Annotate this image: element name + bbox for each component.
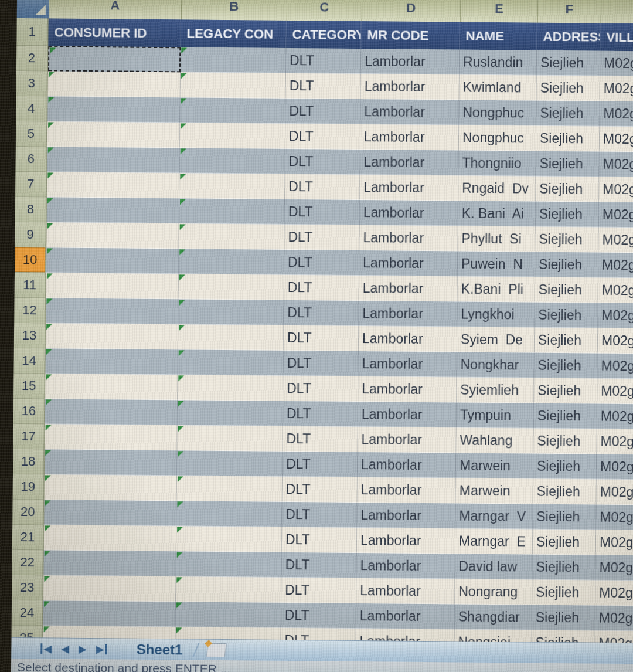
cell-mr-code[interactable]: Lamborlar [358, 427, 456, 453]
cell-village[interactable]: M02ga [595, 555, 633, 581]
cell-mr-code[interactable]: Lamborlar [358, 477, 456, 503]
cell-address[interactable]: Siejlieh [534, 353, 597, 379]
cell-address[interactable]: Siejlieh [532, 580, 595, 606]
tab-nav-last-icon[interactable]: ▶ [96, 644, 107, 654]
cell-name[interactable]: Marwein [456, 453, 533, 478]
cell-consumer-id[interactable]: 1000694225 [46, 323, 178, 349]
cell-legacy[interactable]: 55000016518 [177, 450, 283, 477]
cell-name[interactable]: K. Bani Ai [458, 201, 536, 227]
cell-mr-code[interactable]: Lamborlar [359, 250, 458, 276]
cell-category[interactable]: DLT [283, 426, 358, 452]
cell-legacy[interactable]: 55000016406 [179, 274, 284, 300]
cell-category[interactable]: DLT [285, 124, 360, 150]
cell-mr-code[interactable]: Lamborlar [357, 503, 455, 528]
cell-address[interactable]: Siejlieh [536, 101, 600, 127]
column-header-c[interactable]: C [287, 0, 362, 21]
cell-mr-code[interactable]: Lamborlar [358, 452, 456, 478]
cell-mr-code[interactable]: Lamborlar [358, 376, 457, 402]
cell-mr-code[interactable]: Lamborlar [358, 402, 457, 427]
cell-consumer-id[interactable]: 1000694353 [43, 575, 176, 602]
cell-address[interactable]: Siejlieh [537, 50, 600, 76]
cell-category[interactable]: DLT [285, 99, 360, 124]
cell-consumer-id[interactable]: 1000694284 [45, 424, 177, 450]
cell-consumer-id[interactable]: 1000694383 [43, 600, 176, 627]
cell-mr-code[interactable]: Lamborlar [356, 578, 455, 604]
cell-legacy[interactable]: 55000016407 [178, 299, 284, 325]
cell-mr-code[interactable]: Lamborlar [357, 528, 455, 554]
cell-mr-code[interactable]: Lamborlar [360, 200, 458, 226]
cell-address[interactable]: Siejlieh [537, 76, 600, 101]
cell-name[interactable]: Ruslandin [460, 50, 537, 76]
cell-address[interactable]: Siejlieh [536, 177, 599, 202]
cell-category[interactable]: DLT [286, 73, 361, 99]
cell-category[interactable]: DLT [285, 199, 360, 225]
cell-address[interactable]: Siejlieh [536, 126, 600, 152]
cell-legacy[interactable]: 55000016638 [176, 602, 281, 628]
cell-village[interactable]: M02ga [597, 379, 633, 405]
cell-name[interactable]: Phyllut Si [458, 226, 535, 252]
cell-village[interactable]: M02ga [595, 581, 633, 606]
cell-village[interactable]: M02ga [600, 127, 633, 152]
cell-mr-code[interactable]: Lamborlar [359, 301, 457, 327]
cell-consumer-id[interactable]: 1000694305 [45, 474, 177, 501]
cell-category[interactable]: DLT [284, 325, 359, 351]
cell-name[interactable]: Lyngkhoi [457, 301, 535, 327]
header-cell-address[interactable]: ADDRESS [537, 23, 600, 51]
cell-category[interactable]: DLT [283, 401, 358, 427]
cell-consumer-id[interactable]: 1000694348 [44, 525, 176, 551]
cell-name[interactable]: Kwimland [460, 75, 537, 101]
cell-village[interactable]: M02ga [599, 152, 633, 178]
cell-legacy[interactable]: 55000016553 [176, 501, 282, 527]
cell-category[interactable]: DLT [284, 225, 359, 250]
cell-village[interactable]: M02ga [600, 76, 633, 102]
cell-village[interactable]: M02ga [598, 278, 633, 304]
row-number[interactable]: 21 [12, 525, 44, 550]
cell-village[interactable]: M02ga [596, 505, 633, 531]
row-number[interactable]: 2 [16, 46, 48, 71]
header-cell-mr-code[interactable]: MR CODE [361, 21, 460, 49]
header-cell-legacy[interactable]: LEGACY CON [181, 19, 286, 48]
row-number[interactable]: 6 [15, 147, 47, 172]
cell-village[interactable]: M02ga [597, 354, 633, 379]
cell-consumer-id[interactable]: 1000669078 [48, 46, 181, 72]
cell-mr-code[interactable]: Lamborlar [360, 175, 458, 201]
cell-category[interactable]: DLT [284, 275, 359, 301]
cell-name[interactable]: Syiemlieh [457, 377, 534, 403]
cell-legacy[interactable]: 55000016473 [178, 375, 283, 401]
cell-address[interactable]: Siejlieh [535, 328, 598, 354]
cell-village[interactable]: M02ga [600, 101, 633, 127]
cell-legacy[interactable]: 55000016401 [179, 223, 284, 250]
cell-category[interactable]: DLT [286, 48, 361, 74]
cell-mr-code[interactable]: Lamborlar [360, 124, 459, 150]
cell-legacy[interactable]: 55000016397 [179, 148, 285, 174]
cell-legacy[interactable]: 55000016398 [179, 173, 285, 199]
cell-legacy[interactable]: 52000115876 [181, 72, 286, 99]
cell-name[interactable]: Nongphuc [459, 100, 536, 126]
cell-village[interactable]: M02ga [597, 454, 633, 480]
row-number[interactable]: 3 [16, 71, 48, 96]
cell-consumer-id[interactable]: 1000694192 [46, 247, 179, 274]
cell-name[interactable]: Nongsiej [454, 629, 532, 643]
cell-consumer-id[interactable]: 1000694251 [45, 374, 178, 400]
cell-village[interactable]: M02ga [600, 51, 633, 77]
cell-mr-code[interactable]: Lamborlar [356, 603, 455, 629]
cell-consumer-id[interactable]: 1000694287 [45, 449, 177, 476]
cell-mr-code[interactable]: Lamborlar [361, 74, 460, 100]
cell-village[interactable]: M02ga [597, 404, 633, 430]
cell-address[interactable]: Siejlieh [535, 303, 598, 328]
cell-address[interactable]: Siejlieh [536, 151, 599, 177]
cell-village[interactable]: M02ga [599, 202, 633, 228]
cell-mr-code[interactable]: Lamborlar [359, 326, 457, 352]
insert-worksheet-button[interactable] [206, 643, 227, 657]
cell-address[interactable]: Siejlieh [535, 252, 598, 278]
cell-consumer-id[interactable]: 1000690560 [48, 71, 181, 97]
column-header-f[interactable]: F [538, 0, 601, 23]
cell-name[interactable]: Shangdiar [455, 604, 532, 630]
cell-legacy[interactable]: 55000016604 [176, 576, 281, 603]
column-header-g[interactable]: G [601, 0, 633, 24]
cell-name[interactable]: Nongphuc [459, 125, 536, 151]
cell-consumer-id[interactable]: 1000694193 [46, 273, 179, 299]
cell-category[interactable]: DLT [281, 603, 356, 629]
cell-category[interactable]: DLT [284, 300, 359, 326]
row-number[interactable]: 1 [16, 18, 48, 46]
